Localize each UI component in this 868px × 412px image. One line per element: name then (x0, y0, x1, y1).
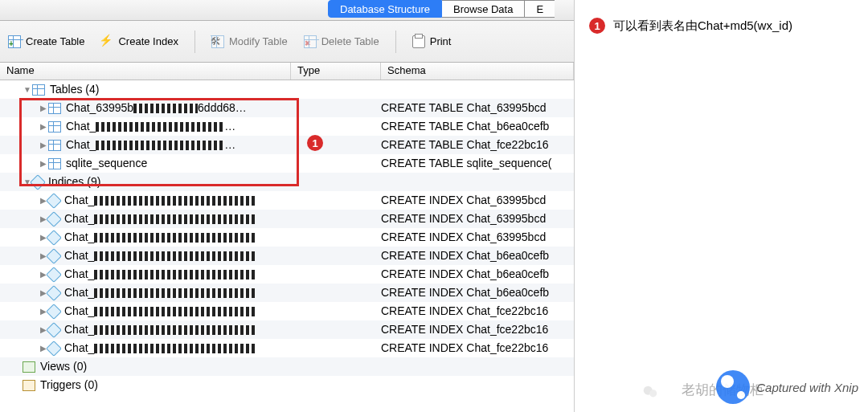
schema-text: CREATE TABLE Chat_63995bcd (381, 99, 574, 117)
index-icon (46, 211, 62, 227)
tree-table-row[interactable]: Chat_…CREATE TABLE Chat_b6ea0cefb (0, 117, 574, 136)
mode-tabs: Database Structure Browse Data E (328, 0, 555, 18)
delete-table-label: Delete Table (321, 35, 379, 47)
tree-index-row[interactable]: Chat_CREATE INDEX Chat_fce22bc16 (0, 339, 574, 357)
schema-text: CREATE INDEX Chat_fce22bc16 (381, 302, 574, 320)
redacted-text (94, 196, 255, 206)
wechat-icon (641, 383, 659, 401)
create-index-button[interactable]: Create Index (100, 35, 178, 48)
tree-tables-group[interactable]: Tables (4) (0, 80, 574, 99)
redacted-text (94, 270, 255, 279)
schema-text: CREATE INDEX Chat_b6ea0cefb (381, 284, 574, 302)
disclosure-arrow-icon[interactable] (39, 117, 48, 136)
item-label: Indices (9) (48, 173, 100, 191)
disclosure-arrow-icon[interactable] (39, 154, 48, 173)
print-label: Print (430, 35, 452, 47)
tree-triggers-group[interactable]: Triggers (0) (0, 376, 574, 394)
item-label: sqlite_sequence (66, 154, 147, 173)
col-header-type[interactable]: Type (291, 63, 381, 80)
tree-views-group[interactable]: Views (0) (0, 357, 574, 376)
schema-text: CREATE TABLE sqlite_sequence( (381, 154, 574, 173)
tree-index-row[interactable]: Chat_CREATE INDEX Chat_fce22bc16 (0, 302, 574, 320)
modify-table-label: Modify Table (229, 35, 288, 47)
triggers-group-icon (23, 380, 35, 391)
item-label: Views (0) (40, 357, 87, 376)
redacted-text (96, 141, 224, 150)
redacted-text (94, 288, 255, 298)
tab-browse-data[interactable]: Browse Data (442, 0, 525, 18)
item-label-suffix: … (224, 136, 235, 154)
item-label: Chat_ (64, 339, 94, 357)
item-label: Chat_ (64, 265, 94, 284)
tree-indices-group[interactable]: Indices (9) (0, 173, 574, 191)
redacted-text (94, 325, 255, 335)
item-label: Triggers (0) (40, 376, 98, 394)
delete-table-button[interactable]: Delete Table (304, 35, 379, 48)
item-label: Chat_ (66, 136, 96, 154)
tree-index-row[interactable]: Chat_CREATE INDEX Chat_b6ea0cefb (0, 247, 574, 265)
schema-text: CREATE INDEX Chat_63995bcd (381, 210, 574, 228)
tree-columns-header: Name Type Schema (0, 63, 574, 80)
print-button[interactable]: Print (412, 35, 452, 48)
tree-index-row[interactable]: Chat_CREATE INDEX Chat_fce22bc16 (0, 320, 574, 339)
tree-index-row[interactable]: Chat_CREATE INDEX Chat_b6ea0cefb (0, 284, 574, 302)
table-icon (48, 121, 61, 133)
indices-group-icon (30, 174, 46, 190)
redacted-text (94, 307, 255, 316)
disclosure-arrow-icon[interactable] (23, 80, 32, 99)
schema-text: CREATE INDEX Chat_63995bcd (381, 228, 574, 247)
schema-text: CREATE INDEX Chat_fce22bc16 (381, 339, 574, 357)
index-icon (46, 341, 62, 357)
annotation-badge-1: 1 (307, 135, 323, 151)
delete-table-icon (304, 35, 317, 48)
col-header-name[interactable]: Name (0, 63, 291, 80)
tree-index-row[interactable]: Chat_CREATE INDEX Chat_63995bcd (0, 191, 574, 210)
tree-table-row[interactable]: Chat_…CREATE TABLE Chat_fce22bc16 (0, 136, 574, 154)
index-icon (46, 322, 62, 338)
annotation-note: 1 可以看到表名由Chat+md5(wx_id) (589, 18, 792, 34)
create-index-icon (100, 35, 113, 48)
tree-index-row[interactable]: Chat_CREATE INDEX Chat_63995bcd (0, 210, 574, 228)
create-table-button[interactable]: Create Table (8, 35, 84, 48)
index-icon (46, 193, 62, 209)
redacted-text (94, 251, 255, 261)
tab-database-structure[interactable]: Database Structure (328, 0, 442, 18)
item-label: Chat_ (64, 191, 94, 210)
item-label: Chat_ (64, 320, 94, 339)
tables-group-icon (32, 84, 45, 96)
redacted-text (133, 104, 198, 113)
index-icon (46, 230, 62, 246)
table-icon (48, 158, 61, 169)
tree-index-row[interactable]: Chat_CREATE INDEX Chat_63995bcd (0, 228, 574, 247)
schema-text: CREATE INDEX Chat_fce22bc16 (381, 320, 574, 339)
tabs-row: Database Structure Browse Data E (0, 0, 574, 21)
annotation-pane: 1 可以看到表名由Chat+md5(wx_id) (575, 0, 868, 412)
item-label: Tables (4) (50, 80, 99, 99)
modify-table-button[interactable]: Modify Table (211, 35, 288, 48)
index-icon (46, 248, 62, 264)
tree-table-row[interactable]: Chat_63995b6ddd68…CREATE TABLE Chat_6399… (0, 99, 574, 117)
item-label: Chat_ (64, 228, 94, 247)
tab-partial[interactable]: E (525, 0, 555, 18)
modify-table-icon (211, 35, 224, 48)
item-label-suffix: … (224, 117, 235, 136)
item-label: Chat_ (64, 247, 94, 265)
annotation-badge-icon: 1 (589, 18, 605, 34)
schema-text: CREATE TABLE Chat_b6ea0cefb (381, 117, 574, 136)
col-header-schema[interactable]: Schema (381, 63, 574, 80)
tree-table-row[interactable]: sqlite_sequenceCREATE TABLE sqlite_seque… (0, 154, 574, 173)
item-label-suffix: 6ddd68… (198, 99, 247, 117)
index-icon (46, 304, 62, 320)
disclosure-arrow-icon[interactable] (39, 99, 48, 117)
table-icon (48, 140, 61, 151)
tree-index-row[interactable]: Chat_CREATE INDEX Chat_b6ea0cefb (0, 265, 574, 284)
schema-tree[interactable]: Tables (4)Chat_63995b6ddd68…CREATE TABLE… (0, 80, 574, 394)
main-pane: Database Structure Browse Data E Create … (0, 0, 575, 412)
disclosure-arrow-icon[interactable] (39, 136, 48, 154)
annotation-text: 可以看到表名由Chat+md5(wx_id) (613, 18, 792, 34)
table-icon (48, 103, 61, 114)
redacted-text (96, 122, 224, 132)
captured-with-label: Captured with Xnip (756, 381, 858, 394)
redacted-text (94, 344, 255, 353)
capture-watermark: Captured with Xnip (716, 370, 858, 404)
